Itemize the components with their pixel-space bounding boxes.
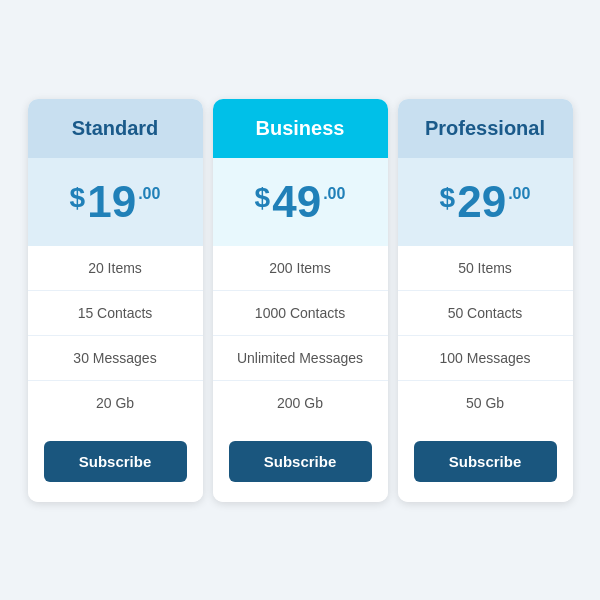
plan-header-professional: Professional [398,99,573,158]
feature-row-professional-2: 100 Messages [398,336,573,381]
plan-card-business: Business$49.00200 Items1000 ContactsUnli… [213,99,388,502]
price-amount-standard: 19 [87,180,136,224]
plan-footer-standard: Subscribe [28,425,203,502]
feature-row-business-1: 1000 Contacts [213,291,388,336]
plan-card-standard: Standard$19.0020 Items15 Contacts30 Mess… [28,99,203,502]
plan-price-standard: $19.00 [28,158,203,246]
feature-row-professional-0: 50 Items [398,246,573,291]
feature-row-standard-3: 20 Gb [28,381,203,425]
plan-footer-business: Subscribe [213,425,388,502]
plan-features-business: 200 Items1000 ContactsUnlimited Messages… [213,246,388,425]
currency-symbol-standard: $ [70,184,86,212]
plan-header-business: Business [213,99,388,158]
plan-header-standard: Standard [28,99,203,158]
feature-row-standard-0: 20 Items [28,246,203,291]
price-cents-business: .00 [323,186,345,202]
price-amount-business: 49 [272,180,321,224]
feature-row-standard-2: 30 Messages [28,336,203,381]
feature-row-business-2: Unlimited Messages [213,336,388,381]
plan-price-business: $49.00 [213,158,388,246]
subscribe-button-professional[interactable]: Subscribe [414,441,557,482]
plan-footer-professional: Subscribe [398,425,573,502]
feature-row-business-3: 200 Gb [213,381,388,425]
plan-card-professional: Professional$29.0050 Items50 Contacts100… [398,99,573,502]
feature-row-standard-1: 15 Contacts [28,291,203,336]
price-cents-standard: .00 [138,186,160,202]
feature-row-professional-3: 50 Gb [398,381,573,425]
plan-features-professional: 50 Items50 Contacts100 Messages50 Gb [398,246,573,425]
currency-symbol-professional: $ [440,184,456,212]
subscribe-button-business[interactable]: Subscribe [229,441,372,482]
pricing-container: Standard$19.0020 Items15 Contacts30 Mess… [8,79,593,522]
currency-symbol-business: $ [255,184,271,212]
subscribe-button-standard[interactable]: Subscribe [44,441,187,482]
price-cents-professional: .00 [508,186,530,202]
plan-features-standard: 20 Items15 Contacts30 Messages20 Gb [28,246,203,425]
price-amount-professional: 29 [457,180,506,224]
plan-price-professional: $29.00 [398,158,573,246]
feature-row-professional-1: 50 Contacts [398,291,573,336]
feature-row-business-0: 200 Items [213,246,388,291]
